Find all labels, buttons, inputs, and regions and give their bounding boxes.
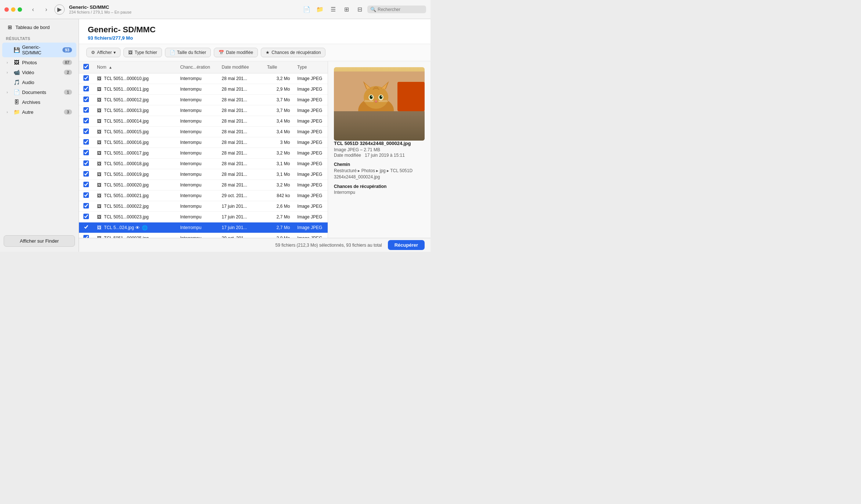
folder-button[interactable]: 📁 — [314, 4, 325, 15]
detail-path-value: Restructuré ▸ Photos ▸ jpg ▸ TCL 5051D 3… — [334, 168, 425, 180]
file-name: TCL 5051...000018.jpg — [104, 161, 149, 166]
table-row[interactable]: 🖼TCL 5051...000014.jpgInterrompu28 mai 2… — [79, 116, 328, 127]
sidebar-section-label: Résultats — [0, 34, 79, 42]
type-cell: Image JPEG — [293, 127, 328, 137]
size-cell: 2,9 Mo — [263, 84, 293, 95]
row-checkbox[interactable] — [83, 118, 89, 123]
table-row[interactable]: 🖼TCL 5051...000019.jpgInterrompu28 mai 2… — [79, 169, 328, 180]
row-checkbox[interactable] — [83, 171, 89, 177]
table-header-row: Nom ▲ Chanc...ération Date modifiée Tail… — [79, 61, 328, 73]
table-row[interactable]: 🖼TCL 5051...000016.jpgInterrompu28 mai 2… — [79, 137, 328, 148]
row-checkbox[interactable] — [83, 203, 89, 209]
row-checkbox[interactable] — [83, 235, 89, 238]
row-checkbox[interactable] — [83, 107, 89, 113]
row-checkbox[interactable] — [83, 75, 89, 81]
svg-point-14 — [380, 95, 382, 99]
sidebar-item-sdmmc[interactable]: 💾Generic- SD/MMC93 — [2, 43, 76, 57]
file-name-cell: 🖼TCL 5051...000023.jpg — [97, 214, 173, 220]
close-button[interactable] — [4, 7, 9, 12]
afficher-button[interactable]: ⚙ Afficher ▾ — [86, 48, 120, 57]
file-icon: 🖼 — [97, 108, 101, 113]
table-row[interactable]: 🖼TCL 5051...000022.jpgInterrompu17 juin … — [79, 201, 328, 212]
back-button[interactable]: ‹ — [28, 4, 38, 15]
table-row[interactable]: 🖼TCL 5051...000023.jpgInterrompu17 juin … — [79, 212, 328, 222]
type-header[interactable]: Type — [293, 61, 328, 73]
row-checkbox[interactable] — [83, 192, 89, 198]
table-row[interactable]: 🖼TCL 5051...000025.jpgInterrompu29 oct. … — [79, 233, 328, 238]
row-checkbox[interactable] — [83, 86, 89, 91]
type-cell: Image JPEG — [293, 95, 328, 105]
maximize-button[interactable] — [18, 7, 22, 12]
table-row[interactable]: 🖼TCL 5051...000018.jpgInterrompu28 mai 2… — [79, 159, 328, 169]
file-icon: 🖼 — [97, 97, 101, 102]
eye-icon[interactable]: 👁 — [135, 225, 140, 231]
file-table-container[interactable]: Nom ▲ Chanc...ération Date modifiée Tail… — [79, 61, 328, 238]
chance-cell: Interrompu — [176, 105, 218, 116]
table-row[interactable]: 🖼TCL 5051...000015.jpgInterrompu28 mai 2… — [79, 127, 328, 137]
select-all-checkbox[interactable] — [83, 64, 89, 69]
play-button[interactable]: ▶ — [54, 4, 65, 15]
sidebar-item-documents[interactable]: ›📄Documents1 — [2, 87, 76, 97]
table-row[interactable]: 🖼TCL 5...024.jpg👁🌐Interrompu17 juin 201.… — [79, 222, 328, 233]
date-cell: 28 mai 201... — [218, 116, 263, 127]
finder-button[interactable]: Afficher sur Finder — [4, 235, 75, 247]
file-name-cell: 🖼TCL 5051...000010.jpg — [97, 76, 173, 81]
titlebar: ‹ › ▶ Generic- SD/MMC 234 fichiers / 279… — [0, 0, 430, 19]
split-view-button[interactable]: ⊟ — [354, 4, 365, 15]
type-cell: Image JPEG — [293, 148, 328, 159]
sidebar-item-autre[interactable]: ›📁Autre3 — [2, 107, 76, 117]
chances-button[interactable]: ★ Chances de récupération — [261, 48, 325, 57]
file-name-cell: 🖼TCL 5051...000014.jpg — [97, 119, 173, 124]
svg-point-13 — [370, 95, 372, 99]
grid-view-button[interactable]: ⊞ — [341, 4, 352, 15]
forward-button[interactable]: › — [41, 4, 51, 15]
chance-cell: Interrompu — [176, 116, 218, 127]
type-cell: Image JPEG — [293, 180, 328, 191]
recover-button[interactable]: Récupérer — [388, 240, 425, 250]
sidebar-item-video[interactable]: ›📹Vidéo2 — [2, 68, 76, 77]
table-row[interactable]: 🖼TCL 5051...000017.jpgInterrompu28 mai 2… — [79, 148, 328, 159]
date-cell: 29 oct. 201... — [218, 191, 263, 201]
table-row[interactable]: 🖼TCL 5051...000020.jpgInterrompu28 mai 2… — [79, 180, 328, 191]
sidebar-item-photos[interactable]: ›🖼Photos87 — [2, 58, 76, 67]
nom-header[interactable]: Nom ▲ — [93, 61, 176, 73]
table-row[interactable]: 🖼TCL 5051...000011.jpgInterrompu28 mai 2… — [79, 84, 328, 95]
row-checkbox[interactable] — [83, 224, 89, 230]
video-badge: 2 — [64, 70, 72, 75]
table-row[interactable]: 🖼TCL 5051...000021.jpgInterrompu29 oct. … — [79, 191, 328, 201]
list-view-button[interactable]: ☰ — [328, 4, 339, 15]
row-checkbox[interactable] — [83, 150, 89, 155]
sidebar-item-audio[interactable]: 🎵Audio — [2, 77, 76, 87]
content-area: Generic- SD/MMC 93 fichiers/277,9 Mo ⚙ A… — [79, 19, 430, 252]
row-checkbox[interactable] — [83, 214, 89, 219]
dashboard-label: Tableau de bord — [15, 25, 72, 30]
size-cell: 3,1 Mo — [263, 169, 293, 180]
row-checkbox[interactable] — [83, 139, 89, 145]
chance-cell: Interrompu — [176, 127, 218, 137]
checkbox-header[interactable] — [79, 61, 93, 73]
taille-header[interactable]: Taille — [263, 61, 293, 73]
type-fichier-button[interactable]: 🖼 Type fichier — [123, 48, 162, 57]
globe-icon[interactable]: 🌐 — [142, 225, 148, 231]
taille-button[interactable]: 📄 Taille du fichier — [165, 48, 211, 57]
table-row[interactable]: 🖼TCL 5051...000012.jpgInterrompu28 mai 2… — [79, 95, 328, 105]
minimize-button[interactable] — [11, 7, 15, 12]
chance-cell: Interrompu — [176, 222, 218, 233]
sidebar-item-dashboard[interactable]: ⊞ Tableau de bord — [2, 22, 76, 32]
row-checkbox[interactable] — [83, 160, 89, 166]
row-checkbox[interactable] — [83, 128, 89, 134]
file-table: Nom ▲ Chanc...ération Date modifiée Tail… — [79, 61, 328, 238]
table-row[interactable]: 🖼TCL 5051...000010.jpgInterrompu28 mai 2… — [79, 73, 328, 84]
date-header[interactable]: Date modifiée — [218, 61, 263, 73]
file-name: TCL 5051...000023.jpg — [104, 214, 149, 220]
row-checkbox[interactable] — [83, 97, 89, 102]
chance-header[interactable]: Chanc...ération — [176, 61, 218, 73]
search-box[interactable]: 🔍 — [367, 6, 426, 13]
new-file-button[interactable]: 📄 — [301, 4, 312, 15]
row-checkbox[interactable] — [83, 182, 89, 187]
sidebar-item-archives[interactable]: 🗄Archives — [2, 97, 76, 107]
audio-label: Audio — [22, 80, 72, 85]
date-button[interactable]: 📅 Date modifiée — [214, 48, 258, 57]
search-input[interactable] — [378, 7, 422, 12]
table-row[interactable]: 🖼TCL 5051...000013.jpgInterrompu28 mai 2… — [79, 105, 328, 116]
